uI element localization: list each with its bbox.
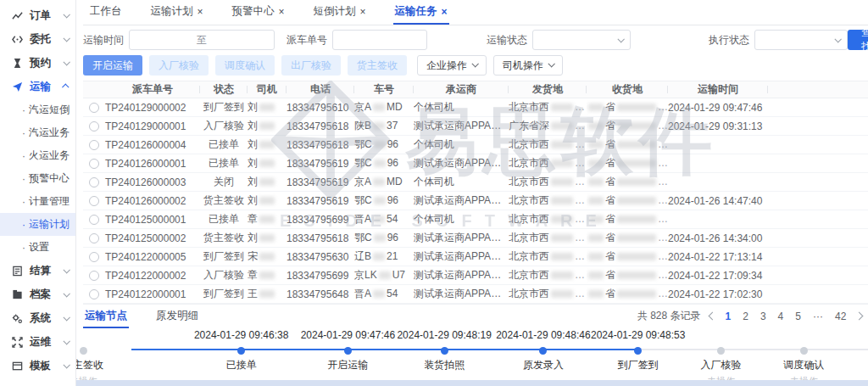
sidebar-sub-item-label: 预警中心 xyxy=(29,171,70,186)
cell-transport-time: 2024-01-29 09:31:13 xyxy=(668,120,768,132)
sidebar-item-orders[interactable]: 订单 xyxy=(0,3,75,27)
col-dispatch-no: 派车单号 xyxy=(105,82,200,97)
redacted-text xyxy=(259,103,275,111)
bottom-tab[interactable]: 运输节点 xyxy=(83,305,129,328)
cell-dispatch-no: TP240129000002 xyxy=(105,102,200,114)
delegation-icon xyxy=(11,33,23,45)
page-tab[interactable]: 运输计划 × xyxy=(149,0,205,25)
sidebar-sub-item[interactable]: · 汽运业务 xyxy=(0,121,75,144)
page-tab[interactable]: 预警中心 × xyxy=(231,0,287,25)
start-transport-button[interactable]: 开启运输 xyxy=(83,55,142,76)
bullet-icon: · xyxy=(22,242,25,254)
sidebar-sub-item[interactable]: · 计量管理 xyxy=(0,190,75,213)
step-timestamp xyxy=(827,329,868,343)
sidebar-item-transport[interactable]: 运输 xyxy=(0,75,75,98)
light-action-button[interactable]: 出厂核验 xyxy=(281,55,341,76)
page-number[interactable]: 42 xyxy=(833,310,848,322)
row-radio[interactable] xyxy=(89,177,99,187)
sidebar-item-operations[interactable]: 运维 xyxy=(0,330,75,354)
row-radio[interactable] xyxy=(89,159,99,169)
row-radio[interactable] xyxy=(89,289,99,299)
find-button[interactable]: 查找 xyxy=(848,30,868,50)
cell-origin: 北京市西 xyxy=(509,137,587,152)
cell-status: 到厂签到 xyxy=(200,287,248,301)
row-radio[interactable] xyxy=(89,252,99,262)
dropdown-action-button[interactable]: 企业操作 xyxy=(417,55,487,76)
page-tab[interactable]: 短倒计划 × xyxy=(312,0,368,25)
horizontal-scrollbar[interactable] xyxy=(76,380,868,386)
prev-page-icon[interactable] xyxy=(708,312,716,321)
template-icon xyxy=(11,360,23,372)
page-tab[interactable]: 运输任务 × xyxy=(393,0,449,25)
close-icon[interactable]: × xyxy=(198,6,203,18)
sidebar-item-reservation[interactable]: 预约 xyxy=(0,51,75,75)
row-radio[interactable] xyxy=(89,271,99,281)
sidebar-item-system[interactable]: 系统 xyxy=(0,306,75,330)
cell-status: 入厂核验 xyxy=(200,268,248,283)
row-radio[interactable] xyxy=(89,196,99,206)
redacted-text xyxy=(588,197,604,204)
next-page-icon[interactable] xyxy=(855,312,864,321)
cell-phone: 18334795618 xyxy=(287,232,354,244)
light-action-button[interactable]: 货主签收 xyxy=(348,55,407,76)
redacted-text xyxy=(617,234,656,242)
sidebar-sub-item[interactable]: · 设置 xyxy=(0,236,75,259)
sidebar-sub-item[interactable]: · 火运业务 xyxy=(0,144,75,167)
sidebar-item-archives[interactable]: 档案 xyxy=(0,283,75,306)
sidebar-sub-item[interactable]: · 汽运短倒 xyxy=(0,98,75,121)
sidebar-sub-item-label: 汽运业务 xyxy=(29,126,70,140)
cell-destination: 省 xyxy=(587,249,668,264)
sidebar-sub-item[interactable]: · 运输计划 xyxy=(0,213,75,236)
bottom-tabs: 运输节点 原发明细 xyxy=(83,305,225,328)
row-radio[interactable] xyxy=(89,215,99,225)
sidebar-item-templates[interactable]: 模板 xyxy=(0,354,75,378)
sidebar-sub-item[interactable]: · 预警中心 xyxy=(0,167,75,190)
cell-transport-time: 2024-01-22 17:09:34 xyxy=(668,270,768,282)
page-number[interactable]: 5 xyxy=(793,310,803,322)
light-action-button[interactable]: 入厂核验 xyxy=(149,55,209,76)
cell-status: 货主签收 xyxy=(200,231,248,245)
page-tab[interactable]: 工作台 × xyxy=(88,0,124,25)
transport-status-select[interactable] xyxy=(532,30,631,50)
exec-status-select[interactable] xyxy=(754,30,848,50)
light-action-button[interactable]: 调度确认 xyxy=(215,55,275,76)
sidebar-item-delegation[interactable]: 委托 xyxy=(0,27,75,51)
sidebar-item-settlement[interactable]: 结算 xyxy=(0,259,75,283)
row-radio[interactable] xyxy=(89,140,99,150)
cell-carrier: 个体司机 xyxy=(414,100,509,115)
dropdown-action-button[interactable]: 司机操作 xyxy=(493,55,563,76)
page-number[interactable]: 3 xyxy=(759,310,768,322)
expand-arrows-icon xyxy=(11,336,23,348)
cell-truck-no: 陕B37 xyxy=(354,119,414,133)
bottom-tab[interactable]: 原发明细 xyxy=(154,305,200,328)
cell-origin: 北京市西 xyxy=(509,175,587,189)
page-number[interactable]: 2 xyxy=(741,310,750,322)
bullet-icon: · xyxy=(22,104,25,116)
redacted-text xyxy=(551,215,573,223)
transport-time-range-input[interactable]: 至 xyxy=(129,30,275,50)
redacted-text xyxy=(259,197,275,204)
table-header-row: 派车单号 状态 司机 电话 车号 承运商 发货地 收货地 运输时间 操作 xyxy=(83,81,868,98)
dispatch-no-input[interactable] xyxy=(332,30,427,50)
row-radio[interactable] xyxy=(89,103,99,113)
cell-carrier: 个体司机 xyxy=(414,212,509,227)
page-number[interactable]: 4 xyxy=(776,310,786,322)
total-records: 共 828 条记录 xyxy=(637,309,701,323)
row-radio[interactable] xyxy=(89,233,99,243)
cell-destination: 省 xyxy=(587,212,668,227)
page-number[interactable]: 1 xyxy=(724,310,733,322)
cell-truck-no: 鄂C96 xyxy=(354,193,414,208)
cell-dispatch-no: TP240129000001 xyxy=(105,120,200,132)
chevron-down-icon xyxy=(63,290,70,297)
close-icon[interactable]: × xyxy=(279,6,285,18)
close-icon[interactable]: × xyxy=(360,6,366,18)
row-radio[interactable] xyxy=(89,121,99,131)
close-icon[interactable]: × xyxy=(442,6,448,18)
sidebar-item-label: 运维 xyxy=(30,335,64,350)
cell-origin: 北京市西 xyxy=(509,287,587,301)
page-number[interactable]: ··· xyxy=(811,310,825,322)
redacted-text xyxy=(259,141,275,148)
table-row: TP240126000001 已接单 刘 18334795619 鄂C96 测试… xyxy=(83,154,868,173)
chevron-down-icon xyxy=(63,11,70,18)
cell-driver: 章 xyxy=(248,212,287,227)
